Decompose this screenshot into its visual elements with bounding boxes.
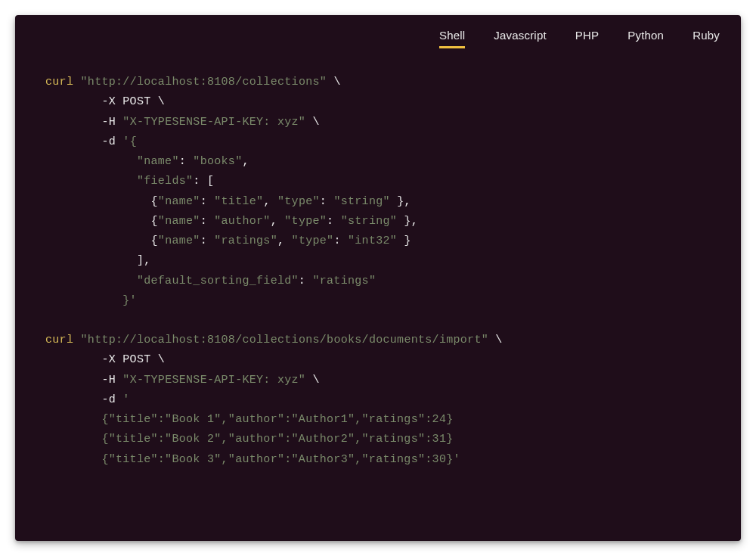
- code-panel: Shell Javascript PHP Python Ruby curl "h…: [15, 15, 741, 541]
- code-line: "name": "books",: [45, 152, 711, 172]
- code-line: "default_sorting_field": "ratings": [45, 272, 711, 291]
- tab-python[interactable]: Python: [627, 29, 664, 48]
- code-line: curl "http://localhost:8108/collections/…: [45, 331, 711, 350]
- language-tabs: Shell Javascript PHP Python Ruby: [15, 15, 741, 48]
- tab-ruby[interactable]: Ruby: [692, 29, 720, 48]
- code-line: -H "X-TYPESENSE-API-KEY: xyz" \: [45, 371, 711, 390]
- code-line: "fields": [: [45, 172, 711, 191]
- code-line: }': [45, 291, 711, 311]
- url: "http://localhost:8108/collections/books…: [81, 334, 488, 346]
- curl-cmd: curl: [45, 76, 73, 89]
- code-line: -d '{: [45, 132, 711, 152]
- code-line: {"title":"Book 1","author":"Author1","ra…: [45, 410, 711, 430]
- tab-shell[interactable]: Shell: [439, 29, 465, 48]
- code-line: ],: [45, 251, 711, 271]
- tab-php[interactable]: PHP: [575, 29, 599, 48]
- code-line: -d ': [45, 390, 711, 410]
- code-line: {"name": "ratings", "type": "int32" }: [45, 231, 711, 251]
- code-line: {"title":"Book 2","author":"Author2","ra…: [45, 430, 711, 449]
- code-line: -X POST \: [45, 92, 711, 112]
- code-line: {"title":"Book 3","author":"Author3","ra…: [45, 450, 711, 470]
- code-line: curl "http://localhost:8108/collections"…: [45, 73, 711, 92]
- curl-cmd: curl: [45, 334, 73, 346]
- code-content: curl "http://localhost:8108/collections"…: [15, 48, 741, 494]
- code-line: -H "X-TYPESENSE-API-KEY: xyz" \: [45, 113, 711, 132]
- code-line: -X POST \: [45, 350, 711, 370]
- code-line: {"name": "author", "type": "string" },: [45, 212, 711, 231]
- tab-javascript[interactable]: Javascript: [494, 29, 547, 48]
- url: "http://localhost:8108/collections": [81, 76, 327, 89]
- code-line: {"name": "title", "type": "string" },: [45, 192, 711, 212]
